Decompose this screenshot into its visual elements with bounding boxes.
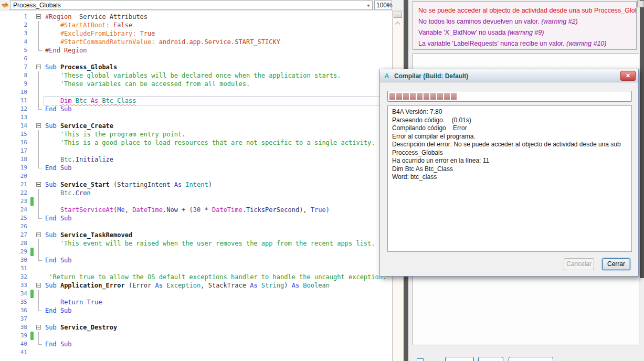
bottom-button-2[interactable] bbox=[478, 357, 503, 361]
code-line[interactable]: 3 #ExcludeFromLibrary: True bbox=[0, 29, 392, 38]
fold-toggle[interactable] bbox=[34, 231, 44, 239]
fold-toggle[interactable] bbox=[34, 323, 44, 332]
code-line[interactable]: 5#End Region bbox=[0, 46, 392, 55]
code-line[interactable]: 35 Return True bbox=[0, 298, 392, 306]
collapse-minus-icon[interactable] bbox=[36, 182, 41, 187]
code-line[interactable]: 21Sub Service_Start (StartingIntent As I… bbox=[0, 181, 392, 189]
fold-margin bbox=[34, 197, 44, 206]
fold-toggle[interactable] bbox=[34, 122, 44, 130]
code-line[interactable]: 7Sub Process_Globals bbox=[0, 63, 392, 71]
code-line[interactable]: 4 #StartCommandReturnValue: android.app.… bbox=[0, 38, 392, 46]
dialog-titlebar[interactable]: A Compilar (Build: Default) ✕ bbox=[380, 69, 638, 82]
code-line[interactable]: 33Sub Application_Error (Error As Except… bbox=[0, 281, 392, 290]
code-text: Btc.Initialize bbox=[44, 155, 392, 164]
collapse-minus-icon[interactable] bbox=[36, 14, 41, 19]
zoom-level-value: 100% bbox=[376, 2, 393, 9]
code-line[interactable]: 32 'Return true to allow the OS default … bbox=[0, 273, 392, 281]
code-text: #StartCommandReturnValue: android.app.Se… bbox=[44, 38, 392, 46]
scope-guide bbox=[38, 29, 42, 38]
code-line[interactable]: 20 bbox=[0, 172, 392, 181]
scope-guide bbox=[38, 197, 42, 206]
code-text: Sub Service_Create bbox=[44, 122, 392, 130]
fold-margin bbox=[34, 155, 44, 164]
code-editor[interactable]: 1#Region Service Attributes2 #StartAtBoo… bbox=[0, 10, 392, 361]
log-line: Compilando código Error bbox=[392, 124, 627, 133]
code-line[interactable]: 12End Sub bbox=[0, 105, 392, 113]
code-text bbox=[44, 55, 392, 63]
compiler-message[interactable]: No se puede acceder al objecto de activi… bbox=[418, 5, 631, 16]
close-button[interactable]: Cerrar bbox=[602, 258, 630, 270]
code-line[interactable]: 6 bbox=[0, 55, 392, 63]
line-number: 5 bbox=[0, 46, 30, 55]
code-line[interactable]: 27Sub Service_TaskRemoved bbox=[0, 231, 392, 239]
code-line[interactable]: 8 'These global variables will be declar… bbox=[0, 71, 392, 80]
fold-toggle[interactable] bbox=[34, 63, 44, 71]
code-line[interactable]: 17 bbox=[0, 147, 392, 155]
code-line[interactable]: 34 bbox=[0, 290, 392, 298]
chevron-up-icon bbox=[395, 22, 400, 27]
code-line[interactable]: 16 'This is a good place to load resourc… bbox=[0, 139, 392, 147]
fold-toggle[interactable] bbox=[34, 181, 44, 189]
collapse-minus-icon[interactable] bbox=[36, 232, 41, 237]
code-line[interactable]: 37 bbox=[0, 315, 392, 323]
line-number: 40 bbox=[0, 340, 30, 348]
code-line[interactable]: 14Sub Service_Create bbox=[0, 122, 392, 130]
right-scrollbar-button[interactable] bbox=[637, 1, 644, 7]
code-line[interactable]: 2 #StartAtBoot: False bbox=[0, 21, 392, 29]
code-line[interactable]: 11 Dim Btc As Btc_Class bbox=[0, 97, 392, 105]
code-line[interactable]: 10 bbox=[0, 88, 392, 97]
code-line[interactable]: 13 bbox=[0, 113, 392, 122]
code-line[interactable]: 15 'This is the program entry point. bbox=[0, 130, 392, 139]
bottom-button-1[interactable] bbox=[445, 357, 474, 361]
scrollbar-thumb[interactable] bbox=[394, 12, 402, 18]
code-line[interactable]: 25End Sub bbox=[0, 214, 392, 222]
code-line[interactable]: 9 'These variables can be accessed from … bbox=[0, 80, 392, 88]
fold-margin bbox=[34, 222, 44, 231]
code-line[interactable]: 36End Sub bbox=[0, 306, 392, 315]
close-icon[interactable]: ✕ bbox=[620, 71, 636, 81]
scope-guide bbox=[38, 164, 42, 168]
scope-guide bbox=[38, 206, 42, 214]
scope-guide bbox=[38, 147, 42, 155]
code-line[interactable]: 29 bbox=[0, 248, 392, 256]
code-line[interactable]: 18 Btc.Initialize bbox=[0, 155, 392, 164]
code-line[interactable]: 19End Sub bbox=[0, 164, 392, 172]
service-module-icon bbox=[2, 2, 9, 9]
bottom-checkbox[interactable] bbox=[417, 358, 424, 361]
code-line[interactable]: 22 Btc.Cron bbox=[0, 189, 392, 197]
compiler-message[interactable]: La variable 'LabelRequests' nunca recibe… bbox=[418, 38, 631, 49]
collapse-minus-icon[interactable] bbox=[36, 325, 41, 330]
code-line[interactable]: 31 bbox=[0, 264, 392, 273]
collapse-minus-icon[interactable] bbox=[36, 65, 41, 69]
fold-toggle[interactable] bbox=[34, 13, 44, 21]
compiler-message[interactable]: Variable 'X_BidNow' no usada (warning #9… bbox=[418, 27, 631, 38]
code-line[interactable]: 38Sub Service_Destroy bbox=[0, 323, 392, 332]
code-line[interactable]: 26 bbox=[0, 222, 392, 231]
bottom-button-3[interactable] bbox=[509, 357, 553, 361]
code-line[interactable]: 1#Region Service Attributes bbox=[0, 13, 392, 21]
code-line[interactable]: 39 bbox=[0, 332, 392, 340]
code-line[interactable]: 23 bbox=[0, 197, 392, 206]
fold-margin bbox=[34, 55, 44, 63]
code-line[interactable]: 41 bbox=[0, 348, 392, 357]
code-line[interactable]: 40End Sub bbox=[0, 340, 392, 348]
fold-margin bbox=[34, 80, 44, 88]
fold-toggle[interactable] bbox=[34, 281, 44, 290]
compiler-message[interactable]: No todos los caminos devuelven un valor.… bbox=[418, 16, 631, 27]
code-line[interactable]: 28 'This event will be raised when the u… bbox=[0, 239, 392, 248]
scope-guide bbox=[38, 332, 42, 340]
line-number: 41 bbox=[0, 348, 30, 357]
line-number: 36 bbox=[0, 306, 30, 315]
line-number: 6 bbox=[0, 55, 30, 63]
zoom-level-dropdown[interactable]: 100% bbox=[374, 1, 392, 10]
scope-guide bbox=[38, 239, 42, 248]
log-line: Proccess_Globals bbox=[392, 149, 627, 157]
fold-margin bbox=[34, 189, 44, 197]
collapse-minus-icon[interactable] bbox=[36, 123, 41, 128]
editor-toolbar: Process_Globals 100% bbox=[0, 0, 403, 10]
code-text bbox=[44, 172, 392, 181]
code-line[interactable]: 24 StartServiceAt(Me, DateTime.Now + (30… bbox=[0, 206, 392, 214]
module-selector-dropdown[interactable]: Process_Globals bbox=[10, 1, 373, 10]
collapse-minus-icon[interactable] bbox=[36, 283, 41, 288]
code-line[interactable]: 30End Sub bbox=[0, 256, 392, 264]
